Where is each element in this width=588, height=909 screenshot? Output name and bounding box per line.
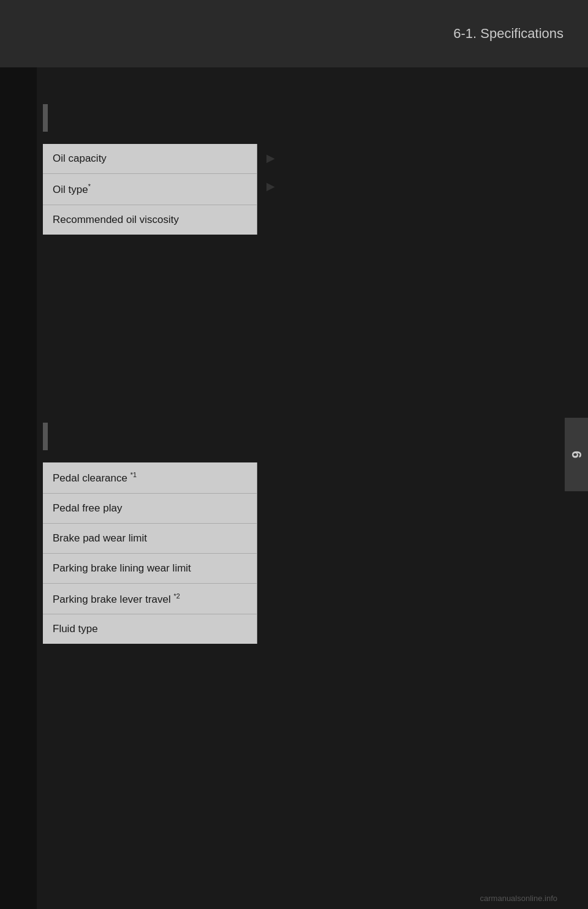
table-row: Brake pad wear limit	[43, 523, 257, 553]
table-row: Pedal clearance *1	[43, 462, 257, 493]
brake-section: Pedal clearance *1 Pedal free play Brake…	[43, 423, 557, 644]
section-one-accent	[43, 104, 48, 132]
parking-brake-lever-label: Parking brake lever travel *2	[43, 583, 257, 614]
parking-brake-lining-label: Parking brake lining wear limit	[43, 553, 257, 583]
oil-type-label: Oil type*	[43, 174, 257, 205]
watermark: carmanualsonline.info	[480, 894, 557, 903]
page-title: 6-1. Specifications	[453, 26, 564, 42]
arrows-container: ▶ ▶	[260, 144, 275, 200]
fluid-type-label: Fluid type	[43, 614, 257, 644]
table-row: Recommended oil viscosity	[43, 205, 257, 235]
pedal-clearance-label: Pedal clearance *1	[43, 462, 257, 493]
chapter-number: 6	[568, 451, 584, 458]
recommended-oil-viscosity-label: Recommended oil viscosity	[43, 205, 257, 235]
header-bar: 6-1. Specifications	[0, 0, 588, 67]
table-row: Parking brake lever travel *2	[43, 583, 257, 614]
section-one-header	[43, 104, 557, 132]
brake-table: Pedal clearance *1 Pedal free play Brake…	[43, 462, 257, 644]
table-row: Parking brake lining wear limit	[43, 553, 257, 583]
main-content: Oil capacity Oil type* Recommended oil v…	[43, 80, 557, 872]
section-two-header	[43, 423, 557, 450]
engine-oil-table: Oil capacity Oil type* Recommended oil v…	[43, 144, 257, 235]
left-sidebar-accent	[0, 0, 37, 909]
brake-pad-wear-limit-label: Brake pad wear limit	[43, 523, 257, 553]
arrow-row-2: ▶	[260, 172, 275, 200]
table-row: Pedal free play	[43, 493, 257, 523]
engine-oil-section: Oil capacity Oil type* Recommended oil v…	[43, 104, 557, 237]
arrow-right-icon-1: ▶	[266, 151, 275, 165]
chapter-tab: 6	[565, 418, 588, 491]
section-two-accent	[43, 423, 48, 450]
table-row: Fluid type	[43, 614, 257, 644]
arrow-right-icon-2: ▶	[266, 179, 275, 193]
arrow-row-1: ▶	[260, 144, 275, 172]
page-container: 6-1. Specifications 6 Oil capacity	[0, 0, 588, 909]
oil-capacity-label: Oil capacity	[43, 144, 257, 174]
pedal-free-play-label: Pedal free play	[43, 493, 257, 523]
table-row: Oil type*	[43, 174, 257, 205]
